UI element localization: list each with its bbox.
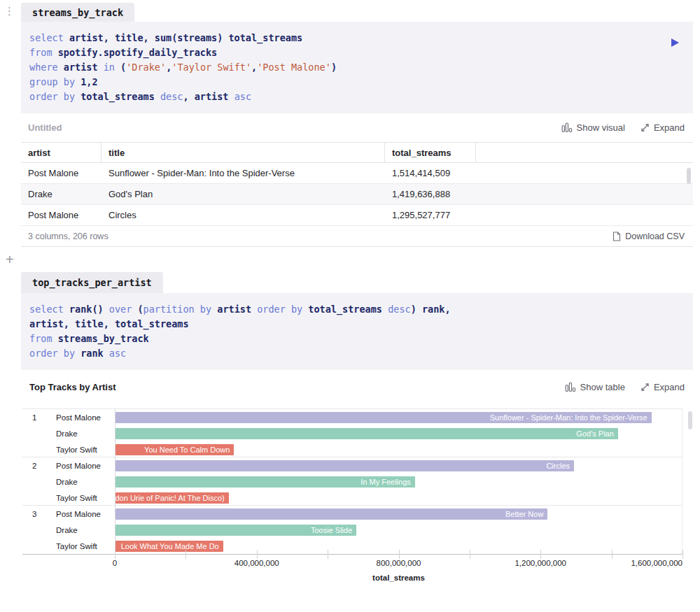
bar-value-label: God's Plan	[576, 429, 613, 438]
artist-label: Post Malone	[56, 413, 115, 422]
cell1-code-editor[interactable]: select artist, title, sum(streams) total…	[21, 22, 693, 113]
download-csv-button[interactable]: Download CSV	[612, 232, 685, 241]
chart-bar[interactable]: You Need To Calm Down	[115, 444, 234, 455]
axis-tick	[328, 550, 328, 559]
bar-value-label: You Need To Calm Down	[144, 446, 230, 454]
cell2-code-editor[interactable]: select rank() over (partition by artist …	[21, 293, 693, 370]
chart-bar[interactable]: In My Feelings	[115, 476, 415, 488]
chart-bar-row: Taylor SwiftME! (feat. Brendon Urie of P…	[22, 490, 682, 506]
artist-label: Drake	[56, 429, 115, 438]
column-header-title[interactable]: title	[102, 143, 385, 162]
download-csv-label: Download CSV	[625, 232, 685, 241]
chart-bar-row: DrakeIn My Feelings	[22, 474, 682, 490]
bar-value-label: ME! (feat. Brendon Urie of Panic! At The…	[115, 494, 225, 502]
column-header-spacer	[476, 143, 693, 162]
cell2-tab[interactable]: top_tracks_per_artist	[21, 272, 163, 293]
axis-tick	[399, 550, 400, 559]
chart-card: Top Tracks by Artist Show table	[21, 376, 693, 582]
table-scrollbar[interactable]	[687, 168, 691, 184]
run-query-button[interactable]	[669, 37, 680, 48]
table-summary: 3 columns, 206 rows	[28, 232, 108, 241]
bar-track: Sunflower - Spider-Man: Into the Spider-…	[115, 409, 682, 425]
axis-tick	[257, 550, 258, 559]
chart-bar[interactable]: Toosie Slide	[115, 525, 356, 536]
bar-track: Toosie Slide	[115, 522, 682, 538]
chart-bar[interactable]: God's Plan	[115, 428, 618, 439]
expand-label: Expand	[654, 382, 685, 392]
bar-track: God's Plan	[115, 425, 682, 441]
show-visual-label: Show visual	[577, 122, 625, 133]
file-icon	[612, 232, 621, 241]
cell1-tab[interactable]: streams_by_track	[21, 3, 134, 22]
bar-track: Circles	[115, 457, 682, 474]
code-line: order by rank asc	[29, 346, 685, 361]
chart-x-axis: 0400,000,000800,000,0001,200,000,0001,60…	[115, 555, 682, 571]
artist-label: Taylor Swift	[56, 542, 115, 550]
chart-x-axis-label: total_streams	[115, 574, 682, 582]
code-line: from streams_by_track	[29, 332, 685, 346]
chart-bar[interactable]: ME! (feat. Brendon Urie of Panic! At The…	[115, 492, 229, 504]
results-title-input[interactable]: Untitled	[28, 122, 62, 133]
rank-label: 3	[22, 510, 56, 518]
show-table-button[interactable]: Show table	[565, 382, 625, 392]
chart-bar-row: DrakeGod's Plan	[22, 425, 682, 441]
show-visual-button[interactable]: Show visual	[561, 122, 625, 133]
table-row[interactable]: DrakeGod's Plan1,419,636,888	[21, 184, 693, 205]
chart-bar[interactable]: Look What You Made Me Do	[115, 541, 223, 552]
chart-bar-row: Taylor SwiftYou Need To Calm Down	[22, 441, 682, 457]
bar-chart-icon	[565, 382, 576, 392]
bar-track: ME! (feat. Brendon Urie of Panic! At The…	[115, 490, 682, 506]
axis-tick	[540, 550, 541, 559]
results-table: artist title total_streams Post MaloneSu…	[21, 142, 693, 226]
bar-track: Better Now	[115, 506, 682, 522]
chart-bar[interactable]: Circles	[115, 460, 574, 471]
drag-handle-icon[interactable]: ⋮	[4, 6, 14, 16]
chart-rank-group: 1Post MaloneSunflower - Spider-Man: Into…	[22, 409, 682, 457]
expand-label: Expand	[654, 122, 685, 133]
code-line: select rank() over (partition by artist …	[29, 302, 685, 317]
table-cell-spacer	[476, 163, 693, 183]
table-cell: Post Malone	[21, 205, 102, 225]
expand-button[interactable]: Expand	[640, 382, 685, 392]
bar-value-label: Toosie Slide	[311, 526, 352, 534]
expand-icon	[640, 123, 650, 132]
table-cell-spacer	[476, 205, 693, 225]
table-row[interactable]: Post MaloneCircles1,295,527,777	[21, 205, 693, 226]
table-cell: 1,295,527,777	[385, 205, 476, 225]
add-cell-button[interactable]: +	[3, 252, 17, 266]
notebook: ⋮ streams_by_track select artist, title,…	[0, 0, 693, 596]
chart-bar-row: 2Post MaloneCircles	[22, 457, 682, 474]
chart-bar-row: 1Post MaloneSunflower - Spider-Man: Into…	[22, 409, 682, 425]
chart-bar[interactable]: Better Now	[115, 508, 547, 520]
expand-icon	[640, 383, 650, 392]
chart-bar-row: DrakeToosie Slide	[22, 522, 682, 538]
table-cell: 1,514,414,509	[385, 163, 476, 183]
axis-tick-label: 0	[113, 559, 117, 567]
code-line: artist, title, total_streams	[29, 317, 685, 332]
table-cell: Circles	[102, 205, 385, 225]
table-row[interactable]: Post MaloneSunflower - Spider-Man: Into …	[21, 163, 693, 184]
expand-button[interactable]: Expand	[640, 122, 685, 133]
artist-label: Drake	[56, 526, 115, 534]
table-cell: God's Plan	[102, 184, 385, 204]
axis-tick	[115, 550, 115, 559]
table-cell: Sunflower - Spider-Man: Into the Spider-…	[102, 163, 385, 183]
chart-title: Top Tracks by Artist	[29, 382, 116, 392]
table-header-row: artist title total_streams	[21, 142, 693, 163]
column-header-artist[interactable]: artist	[21, 143, 102, 162]
axis-tick	[612, 550, 612, 559]
axis-tick-label: 400,000,000	[234, 559, 279, 567]
column-header-total-streams[interactable]: total_streams	[385, 143, 476, 162]
sql-cell-1: streams_by_track select artist, title, s…	[21, 3, 693, 247]
artist-label: Post Malone	[56, 510, 115, 518]
show-table-label: Show table	[580, 382, 625, 392]
chart-bar[interactable]: Sunflower - Spider-Man: Into the Spider-…	[115, 412, 652, 423]
chart-scrollbar[interactable]	[688, 411, 692, 429]
chart-rank-group: 2Post MaloneCirclesDrakeIn My FeelingsTa…	[22, 457, 682, 506]
table-cell: Drake	[21, 184, 102, 204]
bar-track: You Need To Calm Down	[115, 441, 682, 457]
bar-value-label: In My Feelings	[360, 478, 411, 486]
axis-tick-label: 800,000,000	[377, 559, 421, 567]
bar-value-label: Better Now	[505, 510, 543, 518]
code-line: where artist in ('Drake','Taylor Swift',…	[29, 60, 685, 75]
